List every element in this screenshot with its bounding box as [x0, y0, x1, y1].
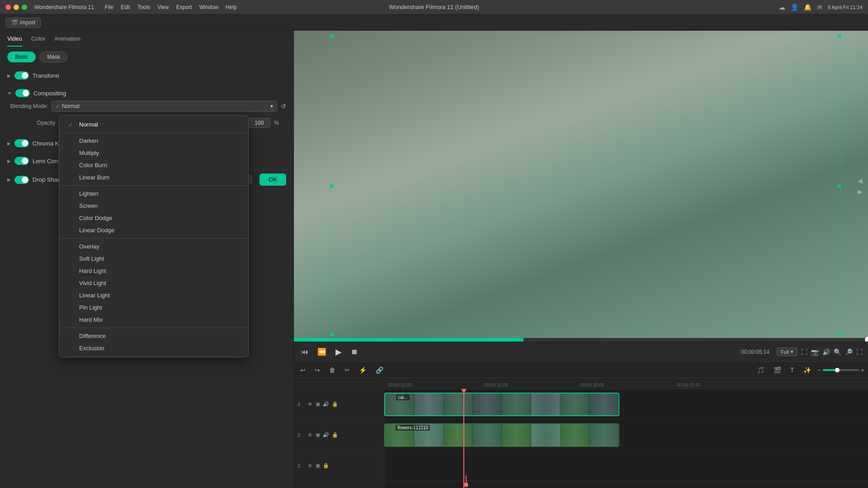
- blend-option-linear-light[interactable]: Linear Light: [59, 289, 248, 301]
- quality-dropdown[interactable]: Full ▾: [777, 347, 797, 356]
- audio-icon[interactable]: 🔊: [822, 348, 830, 356]
- blend-option-pin-light[interactable]: Pin Light: [59, 301, 248, 314]
- menu-help[interactable]: Help: [226, 4, 237, 10]
- blend-option-vivid-light[interactable]: Vivid Light: [59, 277, 248, 289]
- link-tool[interactable]: 🔗: [373, 365, 386, 375]
- menu-tools[interactable]: Tools: [137, 4, 150, 10]
- zoom-minus-icon[interactable]: 🔍: [834, 348, 841, 356]
- track-audio-icon-3[interactable]: 🔊: [323, 432, 329, 438]
- blend-option-screen[interactable]: Screen: [59, 200, 248, 212]
- menu-file[interactable]: File: [105, 4, 113, 10]
- add-video-tool[interactable]: 🎬: [771, 365, 784, 375]
- track-clip-flowers[interactable]: flowers-112210: [384, 423, 619, 447]
- blend-option-linear-burn[interactable]: Linear Burn: [59, 171, 248, 183]
- track-audio-icon-4[interactable]: 🔊: [323, 401, 329, 407]
- blend-option-multiply[interactable]: Multiply: [59, 147, 248, 159]
- blend-option-color-burn[interactable]: Color Burn: [59, 159, 248, 171]
- menu-view[interactable]: View: [157, 4, 169, 10]
- lens-correct-arrow[interactable]: ▶: [7, 159, 11, 164]
- notification-icon[interactable]: 🔔: [804, 4, 811, 11]
- track-lock-icon-2[interactable]: 🔒: [323, 463, 329, 469]
- corner-handle-tl[interactable]: [330, 34, 334, 38]
- add-effect-tool[interactable]: ✨: [801, 365, 814, 375]
- zoom-out-icon[interactable]: −: [817, 366, 821, 374]
- preview-icon-1[interactable]: ◀: [858, 177, 863, 184]
- blend-option-normal[interactable]: ✓ Normal: [59, 118, 248, 131]
- delete-tool[interactable]: 🗑: [326, 365, 338, 375]
- add-text-tool[interactable]: T: [788, 365, 797, 375]
- track-clip-cat[interactable]: cat...: [384, 393, 619, 416]
- prev-frame-button[interactable]: ⏮: [299, 346, 310, 358]
- snapshot-icon[interactable]: 📷: [811, 348, 819, 356]
- chroma-key-toggle[interactable]: [14, 139, 29, 147]
- minimize-button[interactable]: [14, 5, 19, 10]
- chroma-key-arrow[interactable]: ▶: [7, 141, 11, 146]
- drop-shadow-arrow[interactable]: ▶: [7, 177, 11, 182]
- track-lock-icon-4[interactable]: 🔒: [332, 401, 338, 407]
- track-visibility-icon-3[interactable]: 👁: [307, 432, 313, 438]
- split-tool[interactable]: ⚡: [356, 365, 369, 375]
- corner-handle-bl[interactable]: [330, 333, 334, 336]
- cut-tool[interactable]: ✂: [342, 365, 353, 375]
- tab-video[interactable]: Video: [7, 35, 22, 47]
- scrubber-thumb[interactable]: [865, 337, 868, 342]
- undo-tool[interactable]: ↩: [297, 365, 308, 375]
- subtab-basic[interactable]: Basic: [7, 52, 36, 62]
- blend-option-difference[interactable]: Difference: [59, 330, 248, 342]
- blend-option-exclusion[interactable]: Exclusion: [59, 342, 248, 354]
- playhead[interactable]: [463, 389, 464, 488]
- blend-option-hard-mix[interactable]: Hard Mix: [59, 314, 248, 326]
- track-video-icon-2: ▣: [316, 463, 320, 469]
- zoom-thumb[interactable]: [835, 368, 840, 372]
- zoom-plus-icon[interactable]: 🔎: [845, 348, 853, 356]
- reset-icon[interactable]: ↺: [281, 103, 286, 110]
- track-visibility-icon-4[interactable]: 👁: [307, 401, 313, 408]
- redo-tool[interactable]: ↪: [312, 365, 323, 375]
- track-visibility-icon-2[interactable]: 👁: [307, 463, 313, 469]
- preview-icon-2[interactable]: ▶: [858, 188, 863, 195]
- ok-button[interactable]: OK: [259, 174, 286, 186]
- add-audio-tool[interactable]: 🎵: [754, 365, 767, 375]
- account-icon[interactable]: 👤: [791, 4, 798, 11]
- step-back-button[interactable]: ⏪: [316, 346, 328, 358]
- blend-option-overlay[interactable]: Overlay: [59, 240, 248, 253]
- close-button[interactable]: [5, 5, 11, 10]
- menu-window[interactable]: Window: [199, 4, 218, 10]
- blend-option-hard-light[interactable]: Hard Light: [59, 265, 248, 277]
- fit-screen-icon[interactable]: ⛶: [801, 348, 807, 356]
- play-button[interactable]: ▶: [334, 345, 344, 359]
- blending-mode-dropdown[interactable]: ✓ Normal ▾: [52, 101, 277, 112]
- transform-toggle[interactable]: [14, 71, 29, 80]
- blend-option-soft-light[interactable]: Soft Light: [59, 253, 248, 265]
- menu-export[interactable]: Export: [176, 4, 192, 10]
- zoom-in-icon[interactable]: +: [861, 366, 864, 374]
- compositing-arrow[interactable]: ▼: [7, 91, 12, 96]
- corner-handle-tr[interactable]: [837, 34, 841, 38]
- corner-handle-br[interactable]: [837, 333, 841, 336]
- blend-option-linear-dodge[interactable]: Linear Dodge: [59, 224, 248, 236]
- opacity-value[interactable]: 100: [248, 118, 270, 128]
- menu-edit[interactable]: Edit: [121, 4, 130, 10]
- maximize-button[interactable]: [22, 5, 27, 10]
- subtab-mask[interactable]: Mask: [39, 52, 68, 62]
- zoom-slider[interactable]: [823, 369, 859, 371]
- mid-handle-left[interactable]: [330, 184, 334, 188]
- preview-scrubber[interactable]: [294, 338, 868, 342]
- cloud-icon[interactable]: ☁: [779, 4, 785, 11]
- tab-animation[interactable]: Animation: [54, 35, 80, 47]
- mail-icon[interactable]: ✉: [817, 4, 822, 11]
- lens-correct-toggle[interactable]: [14, 157, 29, 165]
- compositing-toggle[interactable]: [15, 89, 30, 97]
- traffic-lights[interactable]: [5, 5, 27, 10]
- tab-color[interactable]: Color: [31, 35, 45, 47]
- blend-option-color-dodge[interactable]: Color Dodge: [59, 212, 248, 224]
- fullscreen-icon[interactable]: ⛶: [856, 348, 863, 356]
- blend-option-lighten[interactable]: Lighten: [59, 188, 248, 200]
- drop-shadow-toggle[interactable]: [14, 176, 29, 184]
- blend-option-darken[interactable]: Darken: [59, 135, 248, 147]
- track-lock-icon-3[interactable]: 🔒: [332, 432, 338, 438]
- import-button[interactable]: 🎬 Import: [5, 18, 41, 28]
- stop-button[interactable]: ⏹: [349, 346, 360, 358]
- mid-handle-right[interactable]: [837, 184, 841, 188]
- transform-arrow[interactable]: ▶: [7, 73, 11, 78]
